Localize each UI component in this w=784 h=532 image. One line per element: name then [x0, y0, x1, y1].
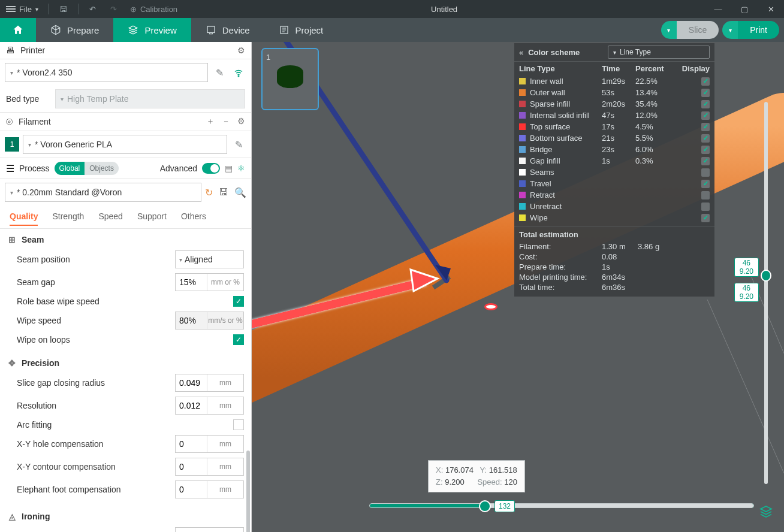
undo-icon[interactable]: ↶ — [82, 5, 103, 14]
line-type-row[interactable]: Retract — [514, 189, 714, 201]
line-type-name: Bridge — [530, 145, 602, 154]
wipe-speed-input[interactable]: mm/s or % — [175, 312, 244, 330]
filament-preset-dropdown[interactable]: ▾ * Voron Generic PLA — [23, 135, 227, 154]
line-type-visibility-checkbox[interactable] — [701, 123, 710, 131]
layers-toggle-icon[interactable] — [759, 504, 773, 521]
bed-type-dropdown[interactable]: ▾ High Temp Plate — [55, 89, 245, 108]
layer-slider-thumb[interactable] — [761, 270, 771, 282]
layer-slider[interactable]: 469.20 469.20 — [762, 102, 770, 484]
maximize-button[interactable]: ▢ — [731, 5, 758, 14]
line-type-row[interactable]: Travel — [514, 178, 714, 189]
plate-thumbnail[interactable]: 1 — [261, 48, 319, 110]
line-type-row[interactable]: Bottom surface21s5.5% — [514, 132, 714, 144]
tab-prepare[interactable]: Prepare — [36, 18, 113, 42]
printer-preset-dropdown[interactable]: ▾ * Voron2.4 350 — [5, 63, 208, 82]
minimize-button[interactable]: — — [705, 5, 731, 14]
ironing-type-dropdown[interactable]: ▾ No ironing — [175, 527, 244, 532]
xy-hole-input[interactable]: mm — [175, 435, 244, 453]
gear-icon[interactable]: ⚙ — [237, 116, 245, 127]
line-type-visibility-checkbox[interactable] — [701, 111, 710, 120]
move-slider[interactable]: 132 — [369, 503, 754, 508]
chevron-down-icon: ▾ — [661, 21, 677, 39]
list-icon[interactable]: ▤ — [225, 164, 233, 173]
edit-filament-icon[interactable]: ✎ — [231, 137, 246, 152]
line-type-visibility-checkbox[interactable] — [701, 146, 710, 154]
save-preset-icon[interactable]: 🖫 — [219, 187, 228, 198]
global-objects-toggle[interactable]: Global Objects — [55, 162, 119, 175]
slice-button[interactable]: ▾ Slice — [661, 21, 719, 39]
color-scheme-dropdown[interactable]: ▾ Line Type — [608, 46, 710, 59]
line-type-visibility-checkbox[interactable] — [701, 191, 710, 200]
slice-gap-input[interactable]: mm — [175, 374, 244, 392]
others-tab[interactable]: Others — [181, 208, 206, 226]
line-type-visibility-checkbox[interactable] — [701, 89, 710, 97]
wipe-speed-field[interactable] — [176, 316, 207, 325]
elephant-input[interactable]: mm — [175, 480, 244, 498]
elephant-field[interactable] — [176, 485, 207, 494]
tab-project[interactable]: Project — [264, 18, 338, 42]
home-button[interactable] — [0, 18, 36, 42]
gear-icon[interactable]: ⚙ — [237, 46, 245, 55]
support-tab[interactable]: Support — [137, 208, 167, 226]
line-type-swatch — [519, 192, 526, 198]
remove-filament-button[interactable]: － — [222, 116, 230, 127]
calibration-menu[interactable]: ⊕ Calibration — [124, 5, 183, 14]
filament-color-swatch[interactable]: 1 — [5, 137, 19, 152]
chevron-down-icon: ▾ — [10, 189, 13, 196]
speed-tab[interactable]: Speed — [98, 208, 122, 226]
line-type-row[interactable]: Top surface17s4.5% — [514, 121, 714, 132]
role-wipe-checkbox[interactable]: ✓ — [233, 296, 244, 307]
advanced-switch[interactable] — [202, 163, 220, 174]
line-type-visibility-checkbox[interactable] — [701, 77, 710, 86]
line-type-row[interactable]: Gap infill1s0.3% — [514, 155, 714, 167]
line-type-row[interactable]: Wipe — [514, 212, 714, 223]
move-slider-thumb[interactable] — [479, 500, 491, 512]
line-type-visibility-checkbox[interactable] — [701, 202, 710, 211]
line-type-visibility-checkbox[interactable] — [701, 180, 710, 188]
wifi-icon[interactable] — [231, 65, 246, 80]
line-type-name: Top surface — [530, 122, 602, 131]
line-type-visibility-checkbox[interactable] — [701, 214, 710, 222]
search-icon[interactable]: 🔍 — [234, 187, 246, 198]
tab-device[interactable]: Device — [191, 18, 264, 42]
slice-gap-field[interactable] — [176, 378, 207, 388]
line-type-name: Internal solid infill — [530, 111, 602, 120]
xy-hole-field[interactable] — [176, 439, 207, 449]
left-panel-scrollbar[interactable] — [246, 451, 250, 532]
resolution-input[interactable]: mm — [175, 397, 244, 415]
settings-icon[interactable]: ⚛ — [237, 164, 245, 173]
resolution-field[interactable] — [176, 401, 207, 410]
xy-contour-input[interactable]: mm — [175, 458, 244, 476]
line-type-visibility-checkbox[interactable] — [701, 168, 710, 177]
line-type-row[interactable]: Seams — [514, 167, 714, 178]
line-type-row[interactable]: Inner wall1m29s22.5% — [514, 75, 714, 87]
arc-fitting-checkbox[interactable] — [233, 419, 244, 430]
line-type-row[interactable]: Internal solid infill47s12.0% — [514, 110, 714, 121]
line-type-visibility-checkbox[interactable] — [701, 134, 710, 143]
line-type-row[interactable]: Outer wall53s13.4% — [514, 87, 714, 98]
preview-viewport[interactable]: 1 « Color scheme ▾ Line Type Line Type T… — [252, 42, 784, 532]
line-type-row[interactable]: Sparse infill2m20s35.4% — [514, 98, 714, 110]
strength-tab[interactable]: Strength — [52, 208, 84, 226]
quality-tab[interactable]: Quality — [10, 208, 38, 226]
line-type-row[interactable]: Unretract — [514, 201, 714, 212]
xy-contour-field[interactable] — [176, 462, 207, 471]
redo-icon[interactable]: ↷ — [103, 5, 124, 14]
edit-preset-icon[interactable]: ✎ — [212, 65, 227, 80]
add-filament-button[interactable]: ＋ — [206, 116, 215, 127]
process-preset-dropdown[interactable]: ▾ * 0.20mm Standard @Voron — [5, 183, 201, 202]
wipe-loops-checkbox[interactable]: ✓ — [233, 334, 244, 345]
print-button[interactable]: ▾ Print — [722, 21, 779, 39]
tab-preview[interactable]: Preview — [113, 18, 191, 42]
line-type-row[interactable]: Bridge23s6.0% — [514, 144, 714, 155]
seam-gap-input[interactable]: mm or % — [175, 273, 244, 291]
line-type-visibility-checkbox[interactable] — [701, 157, 710, 165]
collapse-icon[interactable]: « — [519, 48, 523, 57]
seam-position-dropdown[interactable]: ▾ Aligned — [175, 250, 244, 268]
file-menu[interactable]: File ▾ — [0, 5, 44, 14]
save-icon[interactable]: 🖫 — [52, 5, 74, 14]
seam-gap-field[interactable] — [176, 277, 207, 287]
reset-icon[interactable]: ↻ — [205, 187, 213, 198]
line-type-visibility-checkbox[interactable] — [701, 100, 710, 108]
close-button[interactable]: ✕ — [758, 5, 784, 14]
